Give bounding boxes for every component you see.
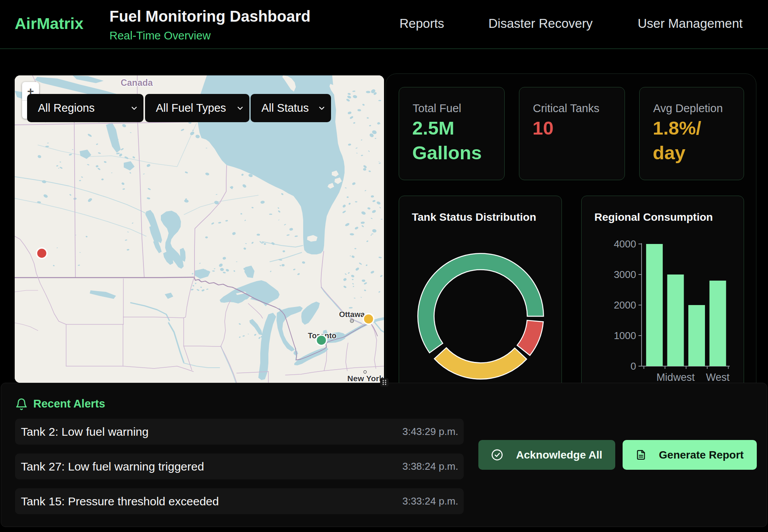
svg-text:Canada: Canada xyxy=(121,78,153,88)
svg-text:2000: 2000 xyxy=(614,299,636,311)
svg-text:0: 0 xyxy=(631,360,636,372)
svg-text:3000: 3000 xyxy=(614,269,636,280)
svg-text:West: West xyxy=(706,372,730,383)
svg-text:Midwest: Midwest xyxy=(656,372,695,383)
svg-text:4000: 4000 xyxy=(614,238,636,250)
svg-text:New York: New York xyxy=(347,374,384,383)
svg-text:1000: 1000 xyxy=(614,330,636,341)
svg-text:Ottawa: Ottawa xyxy=(339,310,365,319)
